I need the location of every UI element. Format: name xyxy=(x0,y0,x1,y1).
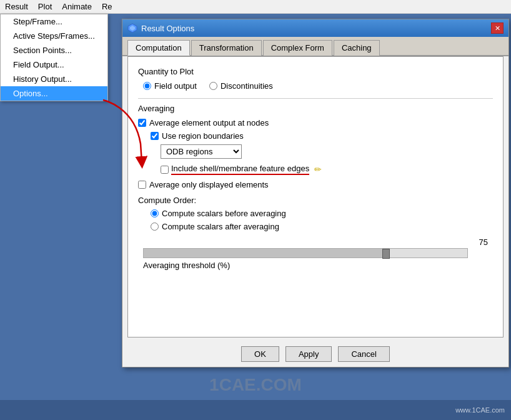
tab-computation[interactable]: Computation xyxy=(127,40,190,56)
close-button[interactable]: ✕ xyxy=(491,22,504,34)
use-region-boundaries-text: Use region boundaries xyxy=(162,131,244,141)
menu-animate[interactable]: Animate xyxy=(57,1,97,12)
dialog-content: Quantity to Plot Field output Discontinu… xyxy=(127,56,504,338)
dropdown-menu: Step/Frame... Active Steps/Frames... Sec… xyxy=(0,14,108,101)
bottom-bar: www.1CAE.com xyxy=(0,400,511,420)
use-region-boundaries-checkbox[interactable]: Use region boundaries xyxy=(151,131,493,141)
menu-section-points[interactable]: Section Points... xyxy=(1,43,107,58)
menu-plot[interactable]: Plot xyxy=(33,1,57,12)
odb-regions-row: ODB regions xyxy=(161,144,493,159)
menu-active-steps[interactable]: Active Steps/Frames... xyxy=(1,29,107,43)
dialog-title-left: Result Options xyxy=(127,23,194,33)
avg-element-output-text: Average element output at nodes xyxy=(149,118,269,128)
quantity-to-plot-label: Quantity to Plot xyxy=(138,67,493,76)
menu-field-output[interactable]: Field Output... xyxy=(1,58,107,72)
menu-re[interactable]: Re xyxy=(97,1,117,12)
avg-element-output-checkbox[interactable]: Average element output at nodes xyxy=(138,118,493,128)
bottom-logo-text: www.1CAE.com xyxy=(455,406,505,414)
field-output-radio[interactable]: Field output xyxy=(143,81,197,91)
menu-history-output[interactable]: History Output... xyxy=(1,72,107,86)
compute-before-text: Compute scalars before averaging xyxy=(162,209,286,218)
apply-button[interactable]: Apply xyxy=(285,346,332,362)
tab-transformation[interactable]: Transformation xyxy=(191,40,262,56)
slider-area: 75 Averaging threshold (%) xyxy=(138,238,493,270)
odb-regions-select[interactable]: ODB regions xyxy=(161,144,242,159)
result-options-dialog: Result Options ✕ Computation Transformat… xyxy=(122,19,509,368)
pencil-icon: ✏ xyxy=(314,164,322,174)
cancel-button[interactable]: Cancel xyxy=(338,346,389,362)
compute-order-label: Compute Order: xyxy=(138,196,493,205)
avg-only-displayed-text: Average only displayed elements xyxy=(149,180,269,189)
compute-before-radio[interactable]: Compute scalars before averaging xyxy=(151,209,493,218)
menu-options[interactable]: Options... xyxy=(1,86,107,101)
slider-fill xyxy=(144,249,387,258)
dialog-footer: OK Apply Cancel xyxy=(122,342,509,367)
ok-button[interactable]: OK xyxy=(241,346,279,362)
menu-result[interactable]: Result xyxy=(0,1,33,12)
include-shell-checkbox[interactable] xyxy=(161,166,169,174)
tab-complex-form[interactable]: Complex Form xyxy=(263,40,332,56)
divider-1 xyxy=(138,98,493,99)
slider-thumb[interactable] xyxy=(382,249,390,259)
include-shell-row: Include shell/membrane feature edges ✏ xyxy=(161,164,493,175)
compute-order-radios: Compute scalars before averaging Compute… xyxy=(138,209,493,231)
compute-after-radio[interactable]: Compute scalars after averaging xyxy=(151,222,493,231)
slider-value: 75 xyxy=(143,238,488,247)
discontinuities-radio[interactable]: Discontinuities xyxy=(209,81,273,91)
include-shell-text: Include shell/membrane feature edges xyxy=(171,164,309,175)
compute-after-text: Compute scalars after averaging xyxy=(162,222,279,231)
tabs-container: Computation Transformation Complex Form … xyxy=(122,37,509,56)
menu-bar: Result Plot Animate Re xyxy=(0,0,511,14)
menu-step-frame[interactable]: Step/Frame... xyxy=(1,14,107,29)
field-output-label: Field output xyxy=(154,81,197,91)
averaging-threshold-label: Averaging threshold (%) xyxy=(143,261,493,270)
dialog-icon xyxy=(127,23,137,33)
dialog-titlebar: Result Options ✕ xyxy=(122,19,509,37)
titlebar-buttons: ✕ xyxy=(491,22,504,34)
dialog-title: Result Options xyxy=(141,24,194,33)
avg-only-displayed-checkbox[interactable]: Average only displayed elements xyxy=(138,180,493,189)
watermark: 1CAE.COM xyxy=(209,375,302,395)
quantity-radio-group: Field output Discontinuities xyxy=(138,81,493,91)
averaging-label: Averaging xyxy=(138,104,493,113)
slider-track xyxy=(143,248,468,258)
discontinuities-label: Discontinuities xyxy=(221,81,273,91)
tab-caching[interactable]: Caching xyxy=(334,40,380,56)
